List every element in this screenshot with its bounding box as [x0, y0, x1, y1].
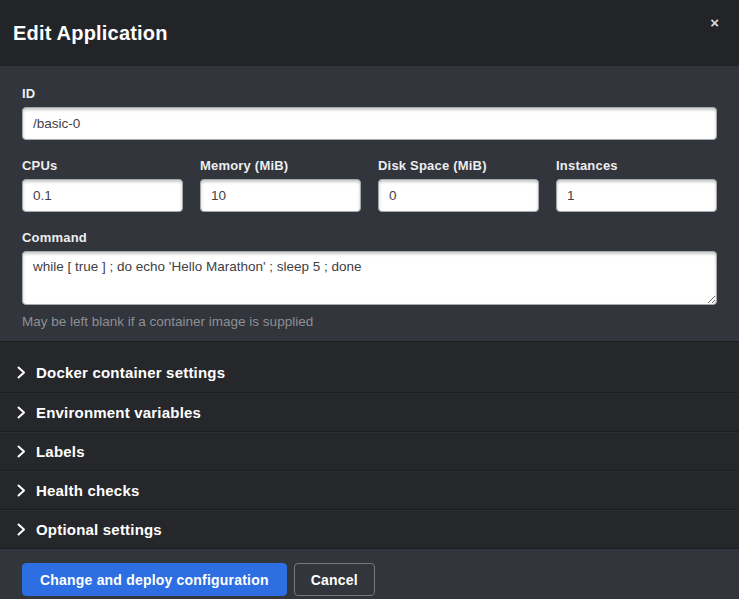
section-environment-variables[interactable]: Environment variables [0, 392, 739, 431]
modal-footer: Change and deploy configuration Cancel [0, 548, 739, 599]
change-and-deploy-button[interactable]: Change and deploy configuration [22, 563, 287, 596]
chevron-right-icon [17, 366, 26, 379]
chevron-right-icon [17, 523, 26, 536]
cpus-field-group: CPUs [22, 158, 183, 212]
section-optional-settings[interactable]: Optional settings [0, 509, 739, 548]
id-field-group: ID [22, 86, 717, 140]
section-docker-container-settings[interactable]: Docker container settings [0, 353, 739, 392]
section-label: Labels [36, 443, 85, 460]
memory-label: Memory (MiB) [200, 158, 361, 173]
command-help-text: May be left blank if a container image i… [22, 314, 717, 329]
command-field-group: Command while [ true ] ; do echo 'Hello … [22, 230, 717, 329]
cpus-label: CPUs [22, 158, 183, 173]
cancel-button[interactable]: Cancel [294, 563, 375, 596]
disk-space-input[interactable] [378, 179, 539, 212]
chevron-right-icon [17, 445, 26, 458]
resource-fields-row: CPUs Memory (MiB) Disk Space (MiB) Insta… [22, 158, 717, 212]
section-label: Optional settings [36, 521, 162, 538]
modal-header: Edit Application × [0, 0, 739, 66]
chevron-right-icon [17, 406, 26, 419]
close-icon[interactable]: × [704, 13, 725, 32]
section-health-checks[interactable]: Health checks [0, 470, 739, 509]
instances-input[interactable] [556, 179, 717, 212]
disk-space-label: Disk Space (MiB) [378, 158, 539, 173]
command-textarea[interactable]: while [ true ] ; do echo 'Hello Marathon… [22, 251, 717, 305]
accordion-sections: Docker container settings Environment va… [0, 341, 739, 548]
edit-application-modal: Edit Application × ID CPUs Memory (MiB) … [0, 0, 739, 599]
cpus-input[interactable] [22, 179, 183, 212]
form-body: ID CPUs Memory (MiB) Disk Space (MiB) In… [0, 66, 739, 341]
section-label: Environment variables [36, 404, 201, 421]
chevron-right-icon [17, 484, 26, 497]
id-label: ID [22, 86, 717, 101]
section-labels[interactable]: Labels [0, 431, 739, 470]
disk-space-field-group: Disk Space (MiB) [378, 158, 539, 212]
memory-input[interactable] [200, 179, 361, 212]
instances-label: Instances [556, 158, 717, 173]
command-label: Command [22, 230, 717, 245]
page-title: Edit Application [13, 22, 168, 45]
section-label: Health checks [36, 482, 139, 499]
section-label: Docker container settings [36, 364, 225, 381]
instances-field-group: Instances [556, 158, 717, 212]
memory-field-group: Memory (MiB) [200, 158, 361, 212]
id-input[interactable] [22, 107, 717, 140]
